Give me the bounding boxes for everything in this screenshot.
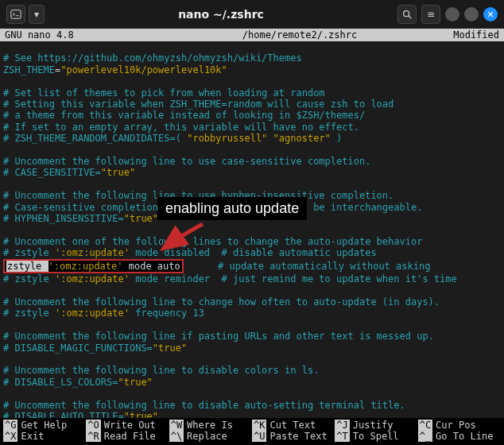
titlebar-left-controls: ▾ [6, 5, 45, 24]
nano-filepath: /home/remote2/.zshrc [159, 29, 440, 41]
chevron-down-icon: ▾ [34, 9, 39, 20]
search-button[interactable] [397, 5, 417, 24]
nano-shortcut-bar: ^GGet Help ^OWrite Out ^WWhere Is ^KCut … [0, 418, 504, 445]
shortcut-cur-pos[interactable]: ^CCur Pos [418, 420, 501, 431]
new-tab-button[interactable] [6, 5, 25, 24]
editor-line: # CASE_SENSITIVE="true" [3, 167, 135, 178]
shortcut-exit[interactable]: ^XExit [3, 431, 86, 442]
editor-line: # Uncomment the following line to disabl… [3, 400, 405, 411]
annotation-arrow-icon [151, 219, 215, 258]
editor-line: # HYPHEN_INSENSITIVE="true" [3, 213, 158, 224]
terminal-icon [10, 9, 21, 20]
svg-point-1 [404, 11, 409, 17]
editor-line: # Uncomment the following line if pastin… [3, 331, 434, 342]
editor-line: # DISABLE_LS_COLORS="true" [3, 377, 153, 388]
window-titlebar: ▾ nano ~/.zshrc ≡ ✕ [0, 0, 504, 29]
nano-modified-indicator: Modified [440, 29, 504, 41]
svg-rect-0 [11, 10, 21, 19]
window-title: nano ~/.zshrc [49, 8, 393, 21]
editor-line: # Set list of themes to pick from when l… [3, 87, 325, 99]
nano-version: GNU nano 4.8 [0, 29, 159, 41]
titlebar-right-controls: ≡ ✕ [397, 5, 498, 24]
shortcut-write-out[interactable]: ^OWrite Out [86, 420, 169, 431]
editor-content[interactable]: # See https://github.com/ohmyzsh/ohmyzsh… [0, 41, 504, 422]
editor-line: # a theme from this variable instead of … [3, 110, 365, 121]
shortcut-where-is[interactable]: ^WWhere Is [169, 420, 252, 431]
editor-line: # Uncomment the following line to disabl… [3, 365, 319, 376]
editor-line: # If set to an empty array, this variabl… [3, 122, 359, 133]
editor-line: # ZSH_THEME_RANDOM_CANDIDATES=( "robbyru… [3, 133, 342, 144]
annotation-label: enabling auto update [157, 197, 307, 220]
tab-dropdown-button[interactable]: ▾ [29, 5, 45, 24]
shortcut-to-spell[interactable]: ^TTo Spell [335, 431, 417, 442]
shortcut-paste-text[interactable]: ^UPaste Text [252, 431, 335, 442]
shortcut-get-help[interactable]: ^GGet Help [3, 420, 86, 431]
hamburger-icon: ≡ [427, 9, 435, 20]
editor-line: # DISABLE_MAGIC_FUNCTIONS="true" [3, 342, 187, 354]
minimize-button[interactable] [445, 7, 459, 21]
editor-line: # See https://github.com/ohmyzsh/ohmyzsh… [3, 52, 302, 64]
search-icon [401, 9, 413, 20]
close-button[interactable]: ✕ [483, 7, 498, 21]
svg-line-2 [409, 16, 412, 19]
editor-line: # Uncomment the following line to use ca… [3, 156, 370, 167]
shortcut-go-to-line[interactable]: ^_Go To Line [418, 431, 501, 442]
menu-button[interactable]: ≡ [421, 5, 440, 24]
editor-active-line: zstyle ':omz:update' mode auto # update … [3, 261, 430, 272]
editor-line: # zstyle ':omz:update' frequency 13 [3, 308, 204, 319]
shortcut-justify[interactable]: ^JJustify [335, 420, 417, 431]
nano-header: GNU nano 4.8 /home/remote2/.zshrc Modifi… [0, 29, 504, 41]
shortcut-cut-text[interactable]: ^KCut Text [252, 420, 335, 431]
editor-line: ZSH_THEME="powerlevel10k/powerlevel10k" [3, 64, 227, 75]
shortcut-read-file[interactable]: ^RRead File [86, 431, 169, 442]
shortcut-replace[interactable]: ^\Replace [169, 431, 252, 442]
maximize-button[interactable] [464, 7, 479, 21]
editor-line: # Uncomment the following line to change… [3, 296, 440, 308]
editor-line: # zstyle ':omz:update' mode reminder # j… [3, 273, 457, 284]
editor-line: # Setting this variable when ZSH_THEME=r… [3, 99, 394, 110]
